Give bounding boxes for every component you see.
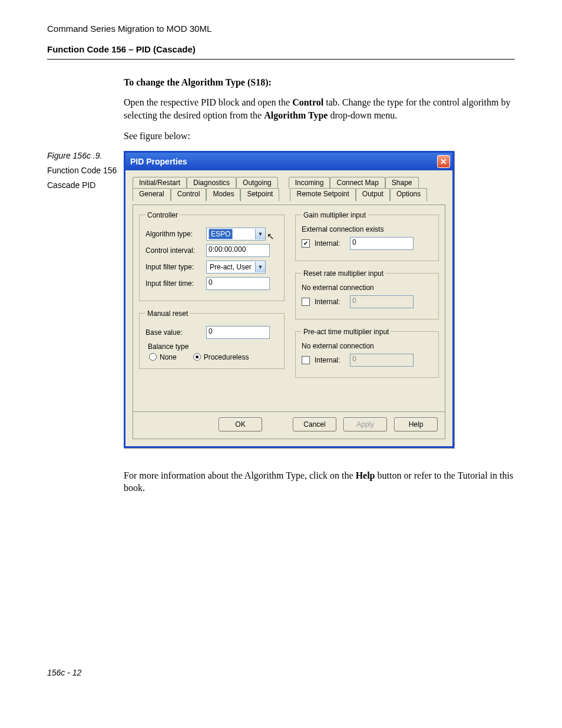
tab-diagnostics[interactable]: Diagnostics (187, 177, 236, 189)
controller-group: Controller Algorithm type: ESPO ▼ ↖ Cont… (139, 211, 285, 301)
para1-pre: Open the respective PID block and open t… (124, 97, 292, 107)
instruction-para-1: Open the respective PID block and open t… (124, 96, 515, 121)
dropdown-arrow-icon: ▼ (255, 262, 265, 272)
preact-time-legend: Pre-act time multiplier input (302, 328, 391, 336)
controller-legend: Controller (146, 211, 180, 219)
reset-rate-legend: Reset rate multiplier input (302, 269, 385, 278)
ok-button[interactable]: OK (219, 417, 262, 431)
tab-output[interactable]: Output (356, 188, 390, 201)
balance-type-label: Balance type (148, 342, 278, 351)
close-button[interactable]: ✕ (437, 155, 450, 168)
input-filter-time-input[interactable]: 0 (206, 277, 270, 290)
tab-modes[interactable]: Modes (206, 188, 240, 201)
dialog-title: PID Properties (130, 157, 187, 166)
radio-icon (149, 353, 157, 361)
reset-internal-label: Internal: (315, 298, 345, 306)
help-button[interactable]: Help (394, 417, 438, 431)
control-interval-label: Control interval: (146, 246, 201, 255)
reset-internal-input: 0 (350, 295, 414, 308)
dialog-button-row: OK Cancel Apply Help (133, 411, 445, 439)
preact-internal-checkbox[interactable] (302, 356, 310, 364)
tab-setpoint[interactable]: Setpoint (240, 188, 279, 201)
tab-outgoing[interactable]: Outgoing (236, 177, 278, 189)
control-interval-input[interactable]: 0:00:00.000 (206, 244, 270, 257)
mouse-cursor-icon: ↖ (267, 231, 275, 242)
preact-internal-input: 0 (350, 354, 414, 367)
balance-procedureless-radio[interactable]: Procedureless (193, 353, 249, 361)
doc-header-title: Command Series Migration to MOD 30ML (47, 24, 515, 34)
doc-section-title: Function Code 156 – PID (Cascade) (47, 44, 515, 54)
tab-row-2: General Control Modes Setpoint Remote Se… (133, 188, 445, 201)
gain-internal-label: Internal: (315, 239, 345, 248)
para1-bold1: Control (292, 97, 323, 107)
input-filter-type-dropdown[interactable]: Pre-act, User ▼ (206, 261, 266, 274)
tab-connect-map[interactable]: Connect Map (330, 177, 385, 189)
gain-multiplier-legend: Gain multiplier input (302, 211, 368, 219)
tab-incoming[interactable]: Incoming (289, 177, 330, 189)
input-filter-time-label: Input filter time: (146, 279, 201, 288)
reset-internal-checkbox[interactable] (302, 298, 310, 306)
tab-initial-restart[interactable]: Initial/Restart (133, 177, 187, 189)
reset-status-text: No external connection (302, 284, 432, 292)
instruction-para-3: For more information about the Algorithm… (124, 469, 515, 495)
gain-multiplier-group: Gain multiplier input External connectio… (295, 211, 439, 261)
instruction-title: To change the Algorithm Type (S18): (124, 77, 515, 88)
figure-caption-sidebar: Figure 156c .9. Function Code 156 Cascad… (47, 150, 124, 191)
dialog-titlebar[interactable]: PID Properties ✕ (125, 153, 452, 170)
preact-status-text: No external connection (302, 342, 432, 350)
base-value-input[interactable]: 0 (206, 326, 270, 339)
tab-row-1: Initial/Restart Diagnostics Outgoing Inc… (133, 176, 445, 188)
preact-time-group: Pre-act time multiplier input No externa… (295, 328, 439, 378)
apply-button[interactable]: Apply (343, 417, 387, 431)
figure-line1: Function Code 156 (47, 165, 124, 176)
para1-bold2: Algorithm Type (264, 110, 328, 120)
pid-properties-dialog: PID Properties ✕ Initial/Restart Diagnos… (124, 151, 454, 448)
reset-rate-group: Reset rate multiplier input No external … (295, 269, 439, 319)
dropdown-arrow-icon: ▼ (255, 229, 265, 239)
cancel-button[interactable]: Cancel (293, 417, 336, 431)
tab-remote-setpoint[interactable]: Remote Setpoint (290, 188, 355, 201)
input-filter-type-value: Pre-act, User (209, 263, 252, 271)
instruction-para-2: See figure below: (124, 130, 515, 143)
preact-internal-label: Internal: (315, 356, 345, 364)
tab-shape[interactable]: Shape (385, 177, 419, 189)
gain-internal-checkbox[interactable]: ✔ (302, 239, 310, 248)
gain-status-text: External connection exists (302, 225, 432, 233)
base-value-label: Base value: (146, 328, 201, 337)
tab-panel-control: Controller Algorithm type: ESPO ▼ ↖ Cont… (133, 205, 445, 412)
para3-bold: Help (356, 470, 375, 480)
input-filter-type-label: Input filter type: (146, 263, 201, 271)
para1-post: drop-down menu. (328, 110, 397, 120)
header-rule (47, 59, 515, 60)
tabs-container: Initial/Restart Diagnostics Outgoing Inc… (133, 176, 445, 201)
balance-none-radio[interactable]: None (149, 353, 177, 361)
algorithm-type-label: Algorithm type: (146, 230, 201, 238)
close-icon: ✕ (440, 157, 447, 166)
page-footer: 156c - 12 (47, 668, 515, 677)
tab-control[interactable]: Control (171, 188, 207, 201)
para3-pre: For more information about the Algorithm… (124, 470, 356, 480)
manual-reset-legend: Manual reset (146, 309, 190, 318)
figure-line2: Cascade PID (47, 180, 124, 191)
radio-icon (193, 353, 201, 361)
balance-procedureless-label: Procedureless (204, 353, 249, 361)
tab-general[interactable]: General (133, 188, 171, 201)
figure-number: Figure 156c .9. (47, 150, 124, 162)
balance-none-label: None (160, 353, 177, 361)
manual-reset-group: Manual reset Base value: 0 Balance type … (139, 309, 285, 369)
gain-internal-input[interactable]: 0 (350, 237, 414, 250)
algorithm-type-dropdown[interactable]: ESPO ▼ (206, 228, 266, 241)
tab-options[interactable]: Options (390, 188, 427, 201)
algorithm-type-value: ESPO (209, 229, 233, 239)
